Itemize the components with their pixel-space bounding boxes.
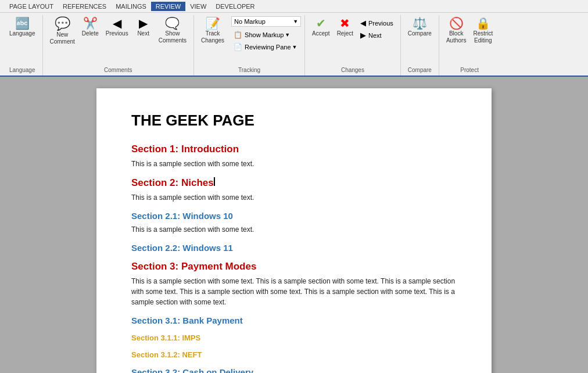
- section-1-heading: Section 1: Introduction: [131, 144, 457, 155]
- next-change-button[interactable]: ▶ Next: [357, 30, 397, 41]
- previous-change-label: Previous: [368, 20, 393, 27]
- section-3-1-1-block: Section 3.1.1: IMPS: [131, 333, 457, 342]
- section-3-2-block: Section 3.2: Cash on Delivery: [131, 367, 457, 373]
- show-comments-icon: 🗨️: [165, 17, 180, 29]
- accept-icon: ✔: [316, 17, 326, 29]
- ribbon: 🔤 Language Language 💬 NewComment ✂️ Dele…: [0, 13, 588, 77]
- language-button[interactable]: 🔤 Language: [6, 15, 39, 50]
- protect-group-label: Protect: [439, 67, 500, 73]
- previous-change-button[interactable]: ◀ Previous: [357, 17, 397, 28]
- next-comment-icon: ▶: [139, 17, 148, 29]
- ribbon-group-comments: 💬 NewComment ✂️ Delete ◀ Previous ▶ Next…: [43, 15, 195, 76]
- comments-group-label: Comments: [43, 67, 194, 73]
- section-3-heading: Section 3: Payment Modes: [131, 261, 457, 272]
- previous-comment-label: Previous: [106, 30, 128, 37]
- compare-group-label: Compare: [401, 67, 439, 73]
- menu-bar: PAGE LAYOUT REFERENCES MAILINGS REVIEW V…: [0, 0, 588, 13]
- restrict-editing-button[interactable]: 🔒 RestrictEditing: [469, 15, 496, 50]
- restrict-editing-label: RestrictEditing: [473, 30, 493, 44]
- section-3-block: Section 3: Payment Modes This is a sampl…: [131, 261, 457, 307]
- accept-label: Accept: [312, 30, 330, 37]
- ribbon-group-language: 🔤 Language Language: [2, 15, 43, 76]
- section-3-body: This is a sample section with some text.…: [131, 276, 457, 307]
- text-cursor: [214, 177, 215, 186]
- section-3-1-2-heading: Section 3.1.2: NEFT: [131, 350, 457, 359]
- section-1-body: This is a sample section with some text.: [131, 159, 457, 169]
- new-comment-button[interactable]: 💬 NewComment: [46, 15, 78, 50]
- section-2-1-heading: Section 2.1: Windows 10: [131, 211, 457, 221]
- section-2-body: This is a sample section with some text.: [131, 192, 457, 203]
- ribbon-group-compare: ⚖️ Compare Compare: [401, 15, 439, 76]
- menu-references[interactable]: REFERENCES: [58, 2, 111, 11]
- show-markup-button[interactable]: 📋 Show Markup ▼: [231, 30, 301, 40]
- previous-comment-button[interactable]: ◀ Previous: [102, 15, 132, 50]
- section-2-block: Section 2: Niches This is a sample secti…: [131, 177, 457, 203]
- show-comments-button[interactable]: 🗨️ ShowComments: [155, 15, 190, 50]
- track-changes-icon: 📝: [206, 17, 220, 29]
- ribbon-group-protect: 🚫 BlockAuthors 🔒 RestrictEditing Protect: [439, 15, 500, 76]
- restrict-editing-icon: 🔒: [476, 17, 490, 29]
- next-comment-label: Next: [137, 30, 149, 37]
- app-body: THE GEEK PAGE Section 1: Introduction Th…: [0, 77, 588, 373]
- menu-view[interactable]: VIEW: [185, 2, 211, 11]
- next-change-label: Next: [368, 32, 382, 39]
- language-group-label: Language: [2, 67, 42, 73]
- changes-group-label: Changes: [305, 67, 400, 73]
- section-1-block: Section 1: Introduction This is a sample…: [131, 144, 457, 169]
- block-authors-label: BlockAuthors: [446, 30, 466, 44]
- reject-button[interactable]: ✖ Reject: [334, 15, 357, 50]
- section-2-2-block: Section 2.2: Windows 11: [131, 243, 457, 253]
- show-comments-label: ShowComments: [159, 30, 187, 44]
- delete-label: Delete: [82, 30, 99, 37]
- menu-page-layout[interactable]: PAGE LAYOUT: [5, 2, 58, 11]
- document-page: THE GEEK PAGE Section 1: Introduction Th…: [96, 88, 492, 373]
- track-changes-button[interactable]: 📝 TrackChanges: [198, 15, 228, 50]
- section-3-1-1-heading: Section 3.1.1: IMPS: [131, 333, 457, 342]
- menu-review[interactable]: REVIEW: [151, 2, 185, 11]
- delete-icon: ✂️: [83, 17, 98, 29]
- document-area[interactable]: THE GEEK PAGE Section 1: Introduction Th…: [0, 77, 588, 373]
- menu-developer[interactable]: DEVELOPER: [211, 2, 259, 11]
- no-markup-dropdown[interactable]: No Markup ▼: [231, 16, 301, 27]
- tracking-group-label: Tracking: [194, 67, 304, 73]
- section-3-1-heading: Section 3.1: Bank Payment: [131, 315, 457, 325]
- reject-icon: ✖: [340, 17, 350, 29]
- section-2-1-body: This is a sample section with some text.: [131, 224, 457, 235]
- section-3-1-2-block: Section 3.1.2: NEFT: [131, 350, 457, 359]
- block-authors-icon: 🚫: [449, 17, 464, 29]
- delete-button[interactable]: ✂️ Delete: [78, 15, 102, 50]
- compare-button[interactable]: ⚖️ Compare: [404, 15, 435, 50]
- menu-mailings[interactable]: MAILINGS: [111, 2, 151, 11]
- show-markup-label: Show Markup: [245, 31, 284, 38]
- reviewing-pane-arrow: ▼: [292, 44, 297, 50]
- section-3-2-heading: Section 3.2: Cash on Delivery: [131, 367, 457, 373]
- previous-change-icon: ◀: [360, 19, 366, 27]
- reject-label: Reject: [337, 30, 353, 37]
- next-change-icon: ▶: [360, 31, 366, 40]
- compare-label: Compare: [408, 30, 432, 37]
- section-2-1-block: Section 2.1: Windows 10 This is a sample…: [131, 211, 457, 235]
- no-markup-label: No Markup: [234, 18, 266, 25]
- new-comment-icon: 💬: [55, 17, 70, 30]
- next-comment-button[interactable]: ▶ Next: [132, 15, 155, 50]
- ribbon-group-tracking: 📝 TrackChanges No Markup ▼ 📋 Show Markup…: [194, 15, 305, 76]
- accept-button[interactable]: ✔ Accept: [309, 15, 334, 50]
- language-label: Language: [9, 30, 35, 37]
- new-comment-label: NewComment: [50, 31, 75, 45]
- block-authors-button[interactable]: 🚫 BlockAuthors: [443, 15, 469, 50]
- reviewing-pane-label: Reviewing Pane: [245, 44, 291, 51]
- compare-icon: ⚖️: [413, 17, 427, 29]
- language-icon: 🔤: [15, 17, 30, 29]
- show-markup-arrow: ▼: [285, 32, 290, 38]
- show-markup-icon: 📋: [234, 31, 242, 39]
- no-markup-arrow: ▼: [293, 19, 298, 24]
- section-2-2-heading: Section 2.2: Windows 11: [131, 243, 457, 253]
- ribbon-group-changes: ✔ Accept ✖ Reject ◀ Previous ▶ Next Chan…: [305, 15, 401, 76]
- previous-comment-icon: ◀: [113, 17, 121, 29]
- track-changes-label: TrackChanges: [201, 30, 224, 44]
- document-title: THE GEEK PAGE: [131, 112, 457, 130]
- reviewing-pane-icon: 📄: [234, 43, 242, 51]
- reviewing-pane-button[interactable]: 📄 Reviewing Pane ▼: [231, 42, 301, 52]
- section-3-1-block: Section 3.1: Bank Payment: [131, 315, 457, 325]
- section-2-heading: Section 2: Niches: [131, 177, 457, 189]
